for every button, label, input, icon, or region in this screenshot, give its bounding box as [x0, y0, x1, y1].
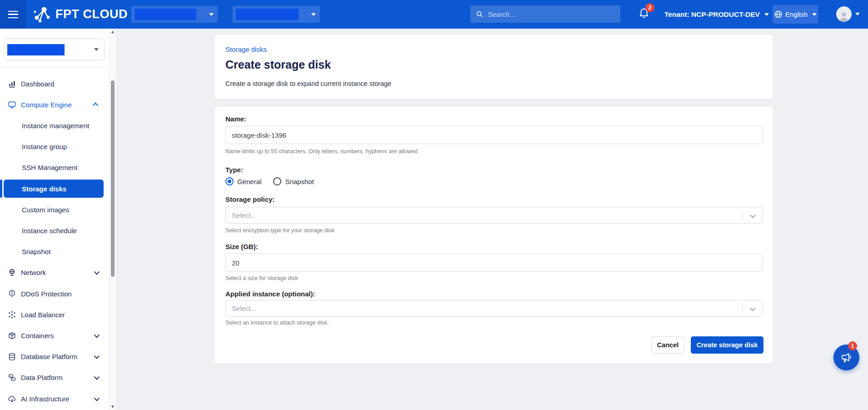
- sidebar-item-label: SSH Management: [22, 164, 78, 171]
- chevron-down-icon: [94, 395, 100, 401]
- chevron-down-icon: [94, 332, 100, 338]
- ai-infrastructure-icon: [7, 394, 16, 403]
- chevron-down-icon: [209, 13, 214, 16]
- search-input[interactable]: [488, 10, 615, 18]
- compute-engine-icon: [7, 100, 16, 109]
- radio-label: Snapshot: [285, 178, 314, 185]
- name-input[interactable]: [225, 126, 763, 144]
- language-selector[interactable]: English: [773, 5, 818, 24]
- chevron-down-icon: [94, 48, 99, 51]
- chevron-down-icon[interactable]: [855, 13, 860, 15]
- brand-title: FPT CLOUD: [55, 7, 128, 21]
- sidebar-item-containers[interactable]: Containers: [4, 326, 104, 345]
- sidebar-item-data-platform[interactable]: Data Platform: [4, 369, 104, 387]
- type-radio-group: General Snapshot: [225, 177, 314, 185]
- applied-instance-label: Applied instance (optional):: [225, 290, 315, 298]
- sidebar-item-storage-disks[interactable]: Storage disks: [4, 180, 104, 198]
- size-label: Size (GB):: [225, 243, 258, 250]
- sidebar-item-instance-group[interactable]: Instance group: [4, 138, 104, 156]
- radio-label: General: [237, 178, 261, 185]
- redacted-project-name: [7, 44, 65, 55]
- region-selector-dropdown[interactable]: [131, 6, 218, 23]
- type-radio-snapshot[interactable]: Snapshot: [273, 177, 314, 185]
- name-helper: Name limits up to 50 characters. Only le…: [225, 148, 418, 155]
- project-selector-dropdown[interactable]: [233, 6, 320, 23]
- sidebar-item-label: DDoS Protection: [21, 290, 72, 298]
- select-placeholder: Select...: [232, 211, 256, 219]
- sidebar-item-database-platform[interactable]: Database Platform: [4, 348, 104, 366]
- containers-icon: [7, 331, 16, 340]
- scroll-down-icon[interactable]: ▼: [110, 405, 115, 409]
- menu-icon[interactable]: [0, 0, 26, 29]
- storage-policy-select[interactable]: Select...: [225, 207, 763, 224]
- sidebar-item-ssh-management[interactable]: SSH Management: [4, 159, 104, 177]
- sidebar-item-label: Database Platform: [21, 353, 77, 360]
- sidebar-item-custom-images[interactable]: Custom images: [4, 200, 104, 219]
- user-avatar[interactable]: [836, 6, 852, 22]
- breadcrumb[interactable]: Storage disks: [225, 45, 267, 53]
- sidebar-item-label: Network: [21, 269, 46, 276]
- brand-logo[interactable]: FPT CLOUD: [33, 5, 128, 23]
- select-divider: [742, 210, 743, 220]
- sidebar-item-label: AI Infrastructure: [21, 395, 70, 403]
- select-divider: [742, 304, 743, 313]
- sidebar-item-label: Dashboard: [21, 80, 54, 88]
- sidebar-item-label: Compute Engine: [21, 101, 72, 109]
- dashboard-icon: [7, 79, 16, 88]
- notifications-button[interactable]: 2: [638, 6, 654, 23]
- sidebar-divider: [0, 67, 108, 67]
- notification-badge: 2: [645, 3, 654, 12]
- top-header: FPT CLOUD 2 Tenant: NCP-PRODUCT-DEV En: [0, 0, 868, 29]
- page-subtitle: Create a storage disk to expand current …: [225, 80, 391, 87]
- ddos-protection-icon: [7, 289, 16, 298]
- size-helper: Select a size for storage disk: [225, 275, 298, 281]
- sidebar-item-dashboard[interactable]: Dashboard: [4, 75, 104, 93]
- sidebar-item-label: Instance management: [22, 122, 89, 130]
- sidebar-item-load-balancer[interactable]: Load Balancer: [4, 305, 104, 324]
- globe-icon: [774, 10, 783, 19]
- create-storage-disk-button[interactable]: Create storage disk: [691, 336, 763, 354]
- sidebar-item-ai-infrastructure[interactable]: AI Infrastructure: [4, 390, 104, 408]
- create-storage-disk-form: Name: Name limits up to 50 characters. O…: [214, 106, 773, 364]
- storage-policy-label: Storage policy:: [225, 195, 274, 203]
- applied-instance-select[interactable]: Select...: [225, 300, 763, 317]
- name-label: Name:: [225, 115, 246, 123]
- sidebar-project-dropdown[interactable]: [4, 39, 105, 60]
- chevron-down-icon: [750, 212, 756, 218]
- tenant-label: Tenant: NCP-PRODUCT-DEV: [664, 10, 760, 19]
- chevron-down-icon: [94, 269, 100, 275]
- scrollbar-thumb[interactable]: [111, 80, 115, 277]
- storage-policy-helper: Select encryption type for your storage …: [225, 227, 334, 234]
- search-icon: [476, 10, 483, 18]
- sidebar-item-snapshot[interactable]: Snapshot: [4, 243, 104, 261]
- scroll-up-icon[interactable]: ▲: [110, 30, 115, 34]
- global-search: [470, 5, 620, 23]
- sidebar-item-compute-engine[interactable]: Compute Engine: [4, 95, 104, 114]
- chevron-down-icon: [750, 305, 756, 311]
- sidebar-item-instance-management[interactable]: Instance management: [4, 116, 104, 135]
- sidebar-item-label: Instance group: [22, 143, 67, 150]
- type-label: Type:: [225, 166, 243, 174]
- language-label: English: [785, 10, 808, 18]
- size-input[interactable]: [225, 254, 763, 272]
- load-balancer-icon: [7, 310, 16, 319]
- chevron-down-icon: [764, 13, 769, 16]
- tenant-selector[interactable]: Tenant: NCP-PRODUCT-DEV: [664, 0, 769, 29]
- chevron-down-icon: [311, 13, 316, 16]
- sidebar-item-ddos-protection[interactable]: DDoS Protection: [4, 285, 104, 303]
- radio-icon: [273, 177, 281, 185]
- page-title: Create storage disk: [225, 58, 331, 71]
- sidebar-item-instance-schedule[interactable]: Instance schedule: [4, 221, 104, 240]
- select-placeholder: Select...: [232, 305, 256, 312]
- data-platform-icon: [7, 373, 16, 382]
- sidebar-item-label: Storage disks: [22, 185, 66, 193]
- sidebar-item-network[interactable]: Network: [4, 264, 104, 282]
- sidebar: DashboardCompute EngineInstance manageme…: [0, 29, 116, 410]
- sidebar-item-label: Snapshot: [22, 248, 50, 255]
- cancel-button[interactable]: Cancel: [651, 336, 684, 354]
- chevron-down-icon: [94, 353, 100, 359]
- redacted-project-value: [236, 9, 299, 20]
- sidebar-scrollbar[interactable]: ▲ ▼: [109, 29, 116, 410]
- sidebar-item-label: Load Balancer: [21, 311, 65, 319]
- type-radio-general[interactable]: General: [225, 177, 261, 185]
